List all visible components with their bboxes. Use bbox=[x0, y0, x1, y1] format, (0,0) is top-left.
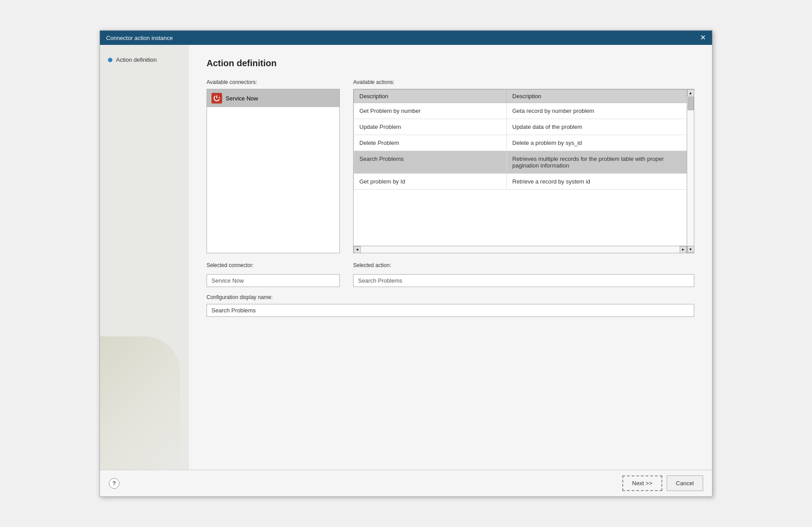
sidebar-item-action-definition[interactable]: Action definition bbox=[104, 54, 184, 66]
table-row[interactable]: Get problem by Id Retrieve a record by s… bbox=[354, 174, 694, 190]
config-section: Configuration display name: bbox=[207, 294, 694, 317]
connectors-list[interactable]: Service Now bbox=[207, 89, 340, 253]
config-display-input[interactable] bbox=[207, 304, 694, 317]
next-button[interactable]: Next >> bbox=[622, 475, 662, 491]
selected-action-group: Selected action: bbox=[353, 262, 694, 287]
two-col-section: Available connectors: Service Now bbox=[207, 79, 694, 253]
config-display-label: Configuration display name: bbox=[207, 294, 694, 300]
power-icon-svg bbox=[213, 95, 220, 102]
page-title: Action definition bbox=[207, 58, 694, 68]
action-name: Update Problem bbox=[354, 119, 507, 135]
sidebar-decoration bbox=[100, 336, 180, 470]
sidebar-item-label: Action definition bbox=[116, 56, 157, 63]
table-row[interactable]: Update Problem Update data of the proble… bbox=[354, 119, 694, 135]
footer-right: Next >> Cancel bbox=[622, 475, 703, 491]
selected-fields-row: Selected connector: Selected action: bbox=[207, 262, 694, 287]
table-header-row: Description Description bbox=[354, 90, 694, 103]
scroll-track bbox=[687, 96, 694, 246]
sidebar-dot bbox=[108, 58, 112, 62]
action-name: Get problem by Id bbox=[354, 174, 507, 190]
connector-item-servicenow[interactable]: Service Now bbox=[207, 89, 339, 107]
actions-table: Description Description Get Problem by n… bbox=[354, 89, 694, 190]
action-name: Delete Problem bbox=[354, 135, 507, 151]
table-row[interactable]: Get Problem by number Geta record by num… bbox=[354, 103, 694, 119]
action-desc: Update data of the problem bbox=[507, 119, 694, 135]
help-button[interactable]: ? bbox=[109, 478, 119, 489]
cancel-button[interactable]: Cancel bbox=[667, 475, 703, 491]
selected-action-input[interactable] bbox=[353, 274, 694, 287]
action-desc: Delete a problem by sys_id bbox=[507, 135, 694, 151]
scroll-thumb bbox=[688, 97, 694, 110]
actions-table-wrapper: Description Description Get Problem by n… bbox=[353, 89, 694, 253]
actions-section: Available actions: Description Descripti… bbox=[353, 79, 694, 253]
selected-connector-group: Selected connector: bbox=[207, 262, 340, 287]
actions-label: Available actions: bbox=[353, 79, 694, 85]
selected-connector-input[interactable] bbox=[207, 274, 340, 287]
main-content: Action definition Available connectors: bbox=[189, 45, 712, 470]
action-name: Search Problems bbox=[354, 151, 507, 174]
close-button[interactable]: ✕ bbox=[700, 34, 706, 41]
scroll-right-button[interactable]: ► bbox=[680, 246, 687, 253]
selected-connector-label: Selected connector: bbox=[207, 262, 340, 268]
connector-icon-servicenow bbox=[211, 93, 222, 104]
connectors-section: Available connectors: Service Now bbox=[207, 79, 340, 253]
scroll-up-button[interactable]: ▲ bbox=[687, 89, 694, 96]
col2-header: Description bbox=[507, 90, 694, 103]
dialog-footer: ? Next >> Cancel bbox=[100, 470, 712, 496]
footer-left: ? bbox=[109, 478, 119, 489]
dialog-body: Action definition Action definition Avai… bbox=[100, 45, 712, 470]
action-desc: Geta record by number problem bbox=[507, 103, 694, 119]
actions-table-scroll[interactable]: Description Description Get Problem by n… bbox=[354, 89, 694, 240]
action-desc: Retrieve a record by system id bbox=[507, 174, 694, 190]
title-bar: Connector action instance ✕ bbox=[100, 31, 712, 45]
connector-name: Service Now bbox=[226, 95, 258, 102]
scroll-down-button[interactable]: ▼ bbox=[687, 246, 694, 253]
dialog-title: Connector action instance bbox=[106, 35, 173, 41]
connectors-label: Available connectors: bbox=[207, 79, 340, 85]
action-desc: Retrieves multiple records for the probl… bbox=[507, 151, 694, 174]
sidebar: Action definition bbox=[100, 45, 189, 470]
scroll-track-h bbox=[361, 246, 680, 253]
table-row[interactable]: Delete Problem Delete a problem by sys_i… bbox=[354, 135, 694, 151]
action-name: Get Problem by number bbox=[354, 103, 507, 119]
scroll-left-button[interactable]: ◄ bbox=[354, 246, 361, 253]
vertical-scrollbar[interactable]: ▲ ▼ bbox=[687, 89, 694, 253]
table-row[interactable]: Search Problems Retrieves multiple recor… bbox=[354, 151, 694, 174]
connector-action-dialog: Connector action instance ✕ Action defin… bbox=[100, 30, 712, 497]
horizontal-scrollbar[interactable]: ◄ ► bbox=[354, 246, 687, 253]
col1-header: Description bbox=[354, 90, 507, 103]
selected-action-label: Selected action: bbox=[353, 262, 694, 268]
